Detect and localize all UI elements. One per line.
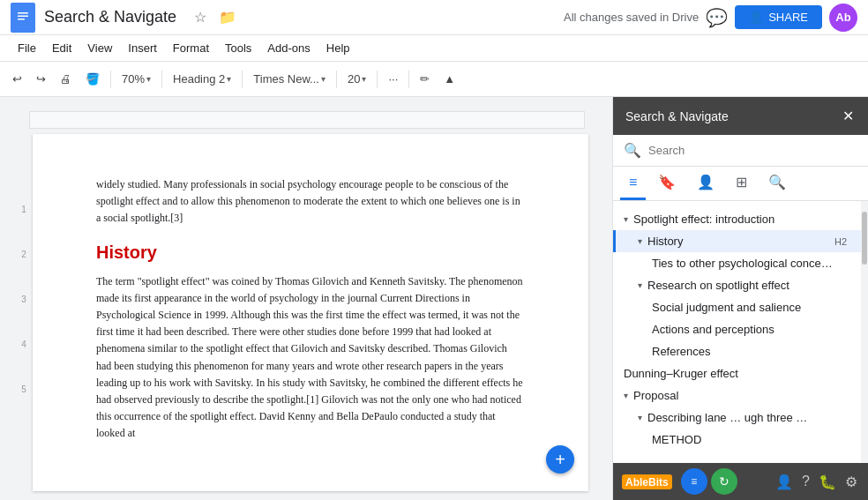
size-select[interactable]: 20 ▾ xyxy=(342,69,371,89)
tab-bookmarks[interactable]: 🔖 xyxy=(649,167,685,200)
menu-addons[interactable]: Add-ons xyxy=(260,39,317,57)
arrow-icon: ▾ xyxy=(624,214,628,224)
nav-item-social-judgment[interactable]: Social judgment and salience xyxy=(613,296,861,318)
size-value: 20 xyxy=(348,72,360,86)
nav-item-research[interactable]: ▾ Research on spotlight effect xyxy=(613,274,861,296)
arrow-icon-research: ▾ xyxy=(638,280,642,290)
side-panel: Search & Navigate ✕ 🔍 ≡ 🔖 👤 ⊞ 🔍 ▾ Spotli… xyxy=(612,97,868,500)
page-content: widely studied. Many professionals in so… xyxy=(96,176,525,442)
history-paragraph: The term "spotlight effect" was coined b… xyxy=(96,273,525,443)
toolbar-divider-1 xyxy=(110,71,111,88)
tab-people[interactable]: 👤 xyxy=(688,167,723,200)
footer-left: AbleBits ≡ ↻ xyxy=(622,468,737,495)
page-separator-bar xyxy=(29,491,585,500)
tab-find[interactable]: 🔍 xyxy=(760,167,795,200)
scrollbar-track xyxy=(861,201,868,463)
footer-icons: 👤 ? 🐛 ⚙ xyxy=(774,472,859,492)
history-heading: History xyxy=(96,238,525,266)
doc-title: Search & Navigate xyxy=(44,8,176,26)
menu-format[interactable]: Format xyxy=(166,39,216,57)
arrow-icon-history: ▾ xyxy=(638,236,642,246)
menu-file[interactable]: File xyxy=(11,39,43,57)
history-level-badge: H2 xyxy=(834,236,847,247)
nav-item-proposal[interactable]: ▾ Proposal xyxy=(613,384,861,407)
menu-bar: File Edit View Insert Format Tools Add-o… xyxy=(0,35,868,62)
redo-button[interactable]: ↪ xyxy=(31,69,51,89)
intro-paragraph: widely studied. Many professionals in so… xyxy=(96,176,525,228)
more-options-button[interactable]: ··· xyxy=(383,69,403,89)
nav-item-actions[interactable]: Actions and perceptions xyxy=(613,318,861,340)
menu-insert[interactable]: Insert xyxy=(121,39,164,57)
zoom-arrow: ▾ xyxy=(146,74,151,84)
star-button[interactable]: ☆ xyxy=(191,7,210,27)
add-content-button[interactable]: + xyxy=(546,445,574,474)
undo-button[interactable]: ↩ xyxy=(7,69,27,89)
margin-1: 1 xyxy=(21,205,26,214)
menu-tools[interactable]: Tools xyxy=(218,39,258,57)
nav-item-method[interactable]: METHOD xyxy=(613,429,861,451)
nav-item-dunning[interactable]: Dunning–Kruger effect xyxy=(613,362,861,384)
nav-tree[interactable]: ▾ Spotlight effect: introduction ▾ Histo… xyxy=(613,201,861,463)
nav-item-history[interactable]: ▾ History H2 xyxy=(613,230,861,252)
nav-item-spotlight-intro[interactable]: ▾ Spotlight effect: introduction xyxy=(613,208,861,230)
scrollbar-thumb xyxy=(862,212,867,265)
footer-list-button[interactable]: ≡ xyxy=(681,468,707,495)
footer-user-button[interactable]: 👤 xyxy=(774,472,795,492)
nav-label-history: History xyxy=(647,235,683,248)
left-margin: 1 2 3 4 5 xyxy=(15,134,33,491)
share-button[interactable]: 👤 SHARE xyxy=(735,5,822,29)
toolbar-divider-3 xyxy=(242,71,243,88)
heading-value: Heading 2 xyxy=(173,72,225,86)
nav-label-method: METHOD xyxy=(652,433,701,446)
nav-label-research: Research on spotlight effect xyxy=(647,279,789,292)
menu-help[interactable]: Help xyxy=(319,39,357,57)
search-input[interactable] xyxy=(648,144,857,157)
zoom-select[interactable]: 70% ▾ xyxy=(116,69,156,89)
menu-view[interactable]: View xyxy=(80,39,119,57)
brand-text: AbleBits xyxy=(625,476,669,489)
ruler-container xyxy=(15,111,597,131)
print-button[interactable]: 🖨 xyxy=(55,69,77,89)
avatar: Ab xyxy=(829,4,857,32)
pencil-button[interactable]: ✏ xyxy=(415,69,435,89)
footer-float-buttons: ≡ ↻ xyxy=(681,468,737,495)
comment-button[interactable]: 💬 xyxy=(706,7,728,28)
font-value: Times New... xyxy=(253,72,319,86)
arrow-icon-describing: ▾ xyxy=(638,413,642,422)
tab-tables[interactable]: ⊞ xyxy=(727,167,756,200)
nav-area: ▾ Spotlight effect: introduction ▾ Histo… xyxy=(613,201,868,463)
svg-rect-2 xyxy=(18,15,28,17)
nav-label-actions: Actions and perceptions xyxy=(652,323,774,336)
tab-headings[interactable]: ≡ xyxy=(620,168,646,200)
svg-rect-0 xyxy=(15,8,31,27)
brand-badge: AbleBits xyxy=(622,474,672,489)
margin-3: 3 xyxy=(21,295,26,304)
doc-wrapper: 1 2 3 4 5 widely studied. Many professio… xyxy=(15,134,597,491)
footer-refresh-button[interactable]: ↻ xyxy=(711,468,737,495)
side-panel-footer: AbleBits ≡ ↻ 👤 ? 🐛 ⚙ xyxy=(613,463,868,500)
title-actions: ☆ 📁 xyxy=(191,7,240,27)
toolbar-divider-6 xyxy=(408,71,409,88)
footer-settings-button[interactable]: ⚙ xyxy=(843,472,859,492)
svg-rect-3 xyxy=(18,19,25,20)
autosave-status: All changes saved in Drive xyxy=(564,11,699,24)
footer-bug-button[interactable]: 🐛 xyxy=(817,472,838,492)
doc-icon xyxy=(11,3,35,33)
nav-label-proposal: Proposal xyxy=(633,389,678,402)
doc-area[interactable]: 1 2 3 4 5 widely studied. Many professio… xyxy=(0,97,612,500)
nav-label-dunning: Dunning–Kruger effect xyxy=(624,367,738,380)
side-panel-close-button[interactable]: ✕ xyxy=(841,106,856,126)
collapse-toolbar-button[interactable]: ▲ xyxy=(438,69,460,89)
folder-button[interactable]: 📁 xyxy=(215,7,240,27)
footer-help-button[interactable]: ? xyxy=(800,472,812,491)
margin-2: 2 xyxy=(21,250,26,259)
font-select[interactable]: Times New... ▾ xyxy=(248,69,331,89)
nav-item-describing[interactable]: ▾ Describing lane … ugh three … xyxy=(613,407,861,429)
paint-format-button[interactable]: 🪣 xyxy=(80,69,105,89)
nav-item-references[interactable]: References xyxy=(613,340,861,362)
ruler xyxy=(29,111,585,129)
toolbar-divider-2 xyxy=(161,71,162,88)
menu-edit[interactable]: Edit xyxy=(45,39,79,57)
nav-item-ties[interactable]: Ties to other psychological conce… xyxy=(613,252,861,274)
heading-select[interactable]: Heading 2 ▾ xyxy=(168,69,236,89)
